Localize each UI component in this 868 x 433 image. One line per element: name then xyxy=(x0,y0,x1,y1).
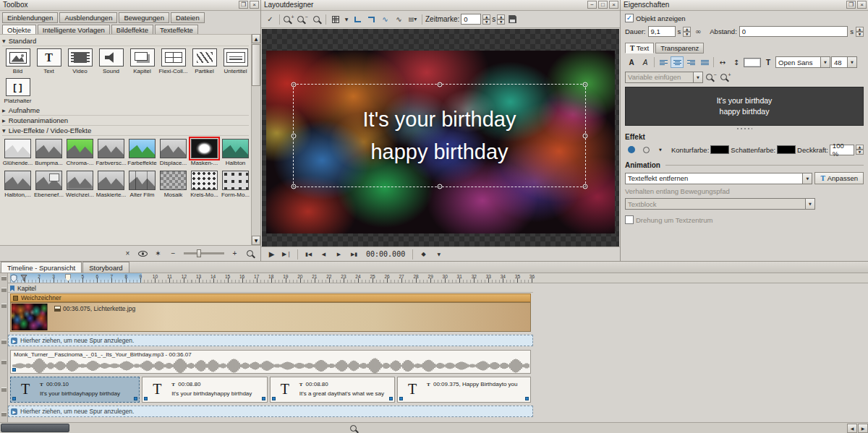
clip-handle-icon[interactable] xyxy=(399,397,403,400)
skip-start-button[interactable]: ▮◀ xyxy=(302,248,315,260)
play-button[interactable]: ▶ xyxy=(265,248,278,260)
section-live-effekte[interactable]: ▼Live-Effekte / Video-Effekte xyxy=(2,126,249,136)
tab-storyboard[interactable]: Storyboard xyxy=(82,262,129,273)
toolbox-tab-dateien[interactable]: Dateien xyxy=(171,12,205,23)
zeitmarke-spinner[interactable]: ▲▼ xyxy=(482,14,490,25)
toolbox-item-flexi-coll[interactable]: Flexi-Coll... xyxy=(158,46,189,76)
align-center-button[interactable] xyxy=(671,56,684,68)
track-control-icon[interactable] xyxy=(1,304,7,308)
new-track-drop-zone[interactable]: ▶ Hierher ziehen, um neue Spur anzulegen… xyxy=(8,406,533,417)
effect-item-kreis-mo[interactable]: Kreis-Mo... xyxy=(189,168,220,200)
track-control-icon[interactable] xyxy=(1,340,7,344)
chapter-track[interactable]: Kapitel xyxy=(8,285,533,293)
properties-undock-icon[interactable]: ❐ xyxy=(846,1,856,9)
toolbox-item-untertitel[interactable]: Untertitel xyxy=(220,46,251,76)
selection-handle[interactable] xyxy=(292,82,297,87)
adjust-button[interactable]: TAnpassen xyxy=(814,172,864,184)
effect-item-ebenenef[interactable]: Ebenenef... xyxy=(33,168,64,200)
tab-timeline-spuransicht[interactable]: Timeline - Spuransicht xyxy=(1,262,82,273)
toolbox-tab-ausblendungen[interactable]: Ausblendungen xyxy=(59,12,117,23)
scroll-up-icon[interactable]: ▲ xyxy=(252,34,260,43)
chevron-down-icon[interactable]: ▼ xyxy=(802,173,812,184)
text-style-button[interactable]: T xyxy=(762,56,775,68)
toolbox-close-icon[interactable]: × xyxy=(250,1,259,9)
opacity-input[interactable]: 100 % xyxy=(830,145,854,155)
preview-canvas[interactable]: It's your birthday happy birthday xyxy=(262,29,619,246)
zoom-in-small-button[interactable]: + xyxy=(229,247,241,260)
preview-eye-button[interactable] xyxy=(137,247,149,260)
grid-button[interactable] xyxy=(329,13,341,25)
effect-star-button[interactable]: ✶ xyxy=(152,247,164,260)
spacing-input[interactable]: 0 xyxy=(739,26,848,37)
timeline-zoom-button[interactable] xyxy=(347,424,359,432)
snap-center-button[interactable] xyxy=(365,13,378,25)
zoom-in-button[interactable]: + xyxy=(283,13,295,25)
frame-back-button[interactable]: ◀ xyxy=(318,248,330,260)
motion-path-button[interactable]: ∿ xyxy=(379,13,391,25)
toolbox-item-platzhalter[interactable]: [ ]Platzhalter xyxy=(2,76,33,106)
effect-item-alter-film[interactable]: Alter Film xyxy=(127,168,158,200)
close-icon[interactable]: × xyxy=(609,1,618,9)
section-routenanimationen[interactable]: ▶Routenanimationen xyxy=(2,116,249,126)
fill-color-button[interactable] xyxy=(625,144,638,155)
zeitmarke-input[interactable]: 0 xyxy=(461,14,481,25)
curve-button[interactable]: ∿ xyxy=(393,13,405,25)
toolbox-item-sound[interactable]: Sound xyxy=(95,46,127,76)
scrollbar-thumb[interactable] xyxy=(252,44,260,86)
clip-handle-icon[interactable] xyxy=(144,397,148,400)
snap-edges-button[interactable] xyxy=(352,13,364,25)
preview-zoom-out-button[interactable]: − xyxy=(705,71,718,83)
align-justify-button[interactable] xyxy=(698,56,711,68)
minimize-icon[interactable]: − xyxy=(587,1,597,9)
text-color-swatch[interactable] xyxy=(744,58,761,67)
rotation-checkbox[interactable] xyxy=(625,215,634,224)
text-clip-2[interactable]: TT 00:08.80It's your birthdayhappy birth… xyxy=(142,377,267,403)
selection-handle[interactable] xyxy=(583,133,588,138)
zoom-fit-button[interactable] xyxy=(310,13,323,25)
toolbox-item-bild[interactable]: Bild xyxy=(2,46,33,76)
selection-handle[interactable] xyxy=(292,184,297,189)
text-clip-3[interactable]: TT 00:08.80It's a great daythat's what w… xyxy=(270,377,395,403)
effect-item-glühende[interactable]: Glühende... xyxy=(2,136,33,168)
skip-end-button[interactable]: ▶▮ xyxy=(348,248,360,260)
text-edit-preview[interactable]: It's your birthday happy birthday xyxy=(625,87,864,126)
show-object-checkbox[interactable]: ✓ xyxy=(625,14,634,22)
toolbox-tab-einblendungen[interactable]: Einblendungen xyxy=(2,12,58,23)
effect-item-displace[interactable]: Displace... xyxy=(158,136,189,168)
frame-forward-button[interactable]: ▶ xyxy=(333,248,345,260)
outline-color-swatch[interactable] xyxy=(710,145,729,154)
effect-item-bumpma[interactable]: Bumpma... xyxy=(33,136,64,168)
track-control-icon[interactable] xyxy=(1,288,7,292)
effect-item-halbton[interactable]: Halbton xyxy=(220,136,251,168)
toolbox-item-kapitel[interactable]: Kapitel xyxy=(127,46,158,76)
duration-spinner[interactable]: ▲▼ xyxy=(683,27,691,37)
effect-item-halbton[interactable]: Halbton,... xyxy=(2,168,33,200)
track-control-icon[interactable] xyxy=(1,387,7,392)
align-left-button[interactable] xyxy=(657,56,670,68)
toolbox-item-video[interactable]: Video xyxy=(64,46,95,76)
effect-item-maskierte[interactable]: Maskierte... xyxy=(95,168,127,200)
outline-mode-button[interactable] xyxy=(639,144,652,155)
effect-bar-weichzeichner[interactable]: Weichzeichner xyxy=(10,293,531,302)
view-menu-button[interactable]: ▤▾ xyxy=(407,13,419,25)
line-spacing-button[interactable]: ↕ xyxy=(730,56,743,68)
clip-handle-icon[interactable] xyxy=(262,397,265,400)
canvas-text-line1[interactable]: It's your birthday xyxy=(363,108,516,132)
timeline-ruler[interactable]: 1234567891011121314151617181920212223242… xyxy=(8,273,868,283)
link-duration-button[interactable]: ∞ xyxy=(693,25,703,38)
effect-item-chroma[interactable]: Chroma-... xyxy=(64,136,95,168)
canvas-text-line2[interactable]: happy birthday xyxy=(370,140,508,164)
apply-check-button[interactable]: ✓ xyxy=(264,13,276,25)
keyframe-button[interactable]: ◆ xyxy=(417,248,430,260)
effect-item-weichzei[interactable]: Weichzei... xyxy=(64,168,95,200)
grid-options-button[interactable]: ▼ xyxy=(343,13,350,25)
marker-shield-icon[interactable] xyxy=(9,274,18,283)
range-filter-icon[interactable] xyxy=(20,274,28,283)
selection-handle[interactable] xyxy=(437,82,442,87)
toolbox-item-partikel[interactable]: Partikel xyxy=(189,46,220,76)
tab-text[interactable]: T Text xyxy=(625,43,654,53)
clip-handle-icon[interactable] xyxy=(12,368,16,372)
track-control-icon[interactable] xyxy=(1,360,7,364)
scroll-right-icon[interactable]: ▶ xyxy=(858,424,868,433)
save-layout-button[interactable] xyxy=(506,13,519,25)
